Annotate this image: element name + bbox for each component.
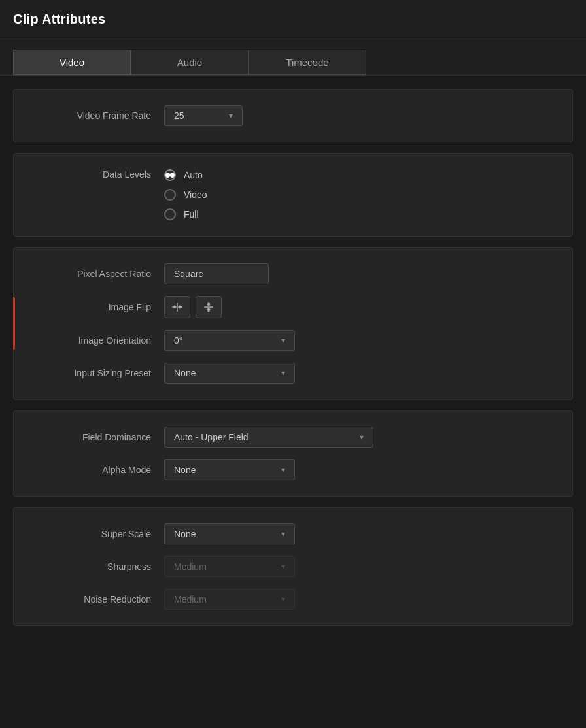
noise-reduction-row: Noise Reduction Medium ▾ xyxy=(33,589,553,610)
super-scale-value: None xyxy=(174,529,196,539)
sharpness-chevron: ▾ xyxy=(281,562,285,571)
image-orientation-label: Image Orientation xyxy=(33,335,164,346)
input-sizing-preset-row: Input Sizing Preset None ▾ xyxy=(33,363,553,384)
radio-video-circle xyxy=(164,189,176,201)
noise-reduction-chevron: ▾ xyxy=(281,595,285,604)
data-levels-section: Data Levels Auto Video Full xyxy=(13,153,573,237)
frame-rate-section: Video Frame Rate 25 ▾ xyxy=(13,89,573,142)
image-flip-label: Image Flip xyxy=(33,302,164,312)
noise-reduction-label: Noise Reduction xyxy=(33,594,164,604)
flip-vertical-icon xyxy=(203,301,215,313)
radio-auto-label: Auto xyxy=(184,170,203,180)
field-dominance-section: Field Dominance Auto - Upper Field ▾ Alp… xyxy=(13,410,573,497)
noise-reduction-value: Medium xyxy=(174,594,207,604)
left-accent-bar xyxy=(13,297,15,350)
radio-video-label: Video xyxy=(184,190,207,200)
flip-horizontal-button[interactable] xyxy=(164,296,190,318)
radio-full[interactable]: Full xyxy=(164,208,207,220)
super-scale-section: Super Scale None ▾ Sharpness Medium ▾ No… xyxy=(13,507,573,626)
data-levels-row: Data Levels Auto Video Full xyxy=(33,169,553,220)
data-levels-label: Data Levels xyxy=(33,169,164,180)
input-sizing-preset-value: None xyxy=(174,368,196,378)
image-flip-row: Image Flip xyxy=(33,296,553,318)
image-orientation-value: 0° xyxy=(174,335,182,346)
pixel-aspect-ratio-row: Pixel Aspect Ratio Square xyxy=(33,263,553,284)
tab-timecode[interactable]: Timecode xyxy=(249,50,366,75)
pixel-aspect-ratio-value: Square xyxy=(174,269,203,279)
alpha-mode-chevron: ▾ xyxy=(281,465,285,474)
image-flip-buttons xyxy=(164,296,222,318)
radio-auto[interactable]: Auto xyxy=(164,169,207,181)
field-dominance-label: Field Dominance xyxy=(33,432,164,442)
frame-rate-chevron: ▾ xyxy=(229,111,233,120)
image-orientation-dropdown[interactable]: 0° ▾ xyxy=(164,330,295,351)
field-dominance-value: Auto - Upper Field xyxy=(174,432,249,442)
field-dominance-chevron: ▾ xyxy=(360,433,364,442)
field-dominance-dropdown[interactable]: Auto - Upper Field ▾ xyxy=(164,427,373,448)
radio-full-circle xyxy=(164,208,176,220)
radio-video[interactable]: Video xyxy=(164,189,207,201)
alpha-mode-dropdown[interactable]: None ▾ xyxy=(164,459,295,480)
input-sizing-preset-chevron: ▾ xyxy=(281,369,285,378)
frame-rate-row: Video Frame Rate 25 ▾ xyxy=(33,105,553,126)
pixel-aspect-ratio-label: Pixel Aspect Ratio xyxy=(33,269,164,279)
svg-marker-6 xyxy=(207,303,211,306)
image-orientation-chevron: ▾ xyxy=(281,336,285,345)
title-bar: Clip Attributes xyxy=(0,0,586,39)
pixel-aspect-ratio-dropdown[interactable]: Square xyxy=(164,263,269,284)
sharpness-dropdown: Medium ▾ xyxy=(164,556,295,577)
pixel-section-wrapper: Pixel Aspect Ratio Square Image Flip xyxy=(13,247,573,400)
field-dominance-row: Field Dominance Auto - Upper Field ▾ xyxy=(33,427,553,448)
pixel-section: Pixel Aspect Ratio Square Image Flip xyxy=(13,247,573,400)
tabs-row: Video Audio Timecode xyxy=(13,50,573,75)
sharpness-value: Medium xyxy=(174,561,207,572)
flip-vertical-button[interactable] xyxy=(196,296,222,318)
tabs-container: Video Audio Timecode xyxy=(0,39,586,76)
frame-rate-label: Video Frame Rate xyxy=(33,110,164,121)
image-orientation-row: Image Orientation 0° ▾ xyxy=(33,330,553,351)
alpha-mode-value: None xyxy=(174,465,196,475)
super-scale-row: Super Scale None ▾ xyxy=(33,523,553,544)
svg-marker-1 xyxy=(173,305,176,309)
sharpness-label: Sharpness xyxy=(33,561,164,572)
input-sizing-preset-label: Input Sizing Preset xyxy=(33,368,164,378)
input-sizing-preset-dropdown[interactable]: None ▾ xyxy=(164,363,295,384)
tab-audio[interactable]: Audio xyxy=(131,50,249,75)
frame-rate-dropdown[interactable]: 25 ▾ xyxy=(164,105,243,126)
sharpness-row: Sharpness Medium ▾ xyxy=(33,556,553,577)
frame-rate-value: 25 xyxy=(174,110,184,121)
svg-marker-8 xyxy=(207,309,211,312)
content-area: Video Frame Rate 25 ▾ Data Levels Auto V… xyxy=(0,76,586,639)
radio-auto-circle xyxy=(164,169,176,181)
alpha-mode-label: Alpha Mode xyxy=(33,465,164,475)
super-scale-dropdown[interactable]: None ▾ xyxy=(164,523,295,544)
svg-marker-3 xyxy=(179,305,182,309)
super-scale-chevron: ▾ xyxy=(281,529,285,538)
flip-horizontal-icon xyxy=(171,301,183,313)
radio-full-label: Full xyxy=(184,209,199,220)
super-scale-label: Super Scale xyxy=(33,529,164,539)
page-title: Clip Attributes xyxy=(13,12,573,27)
tab-video[interactable]: Video xyxy=(13,50,131,75)
alpha-mode-row: Alpha Mode None ▾ xyxy=(33,459,553,480)
data-levels-radio-group: Auto Video Full xyxy=(164,169,207,220)
noise-reduction-dropdown: Medium ▾ xyxy=(164,589,295,610)
